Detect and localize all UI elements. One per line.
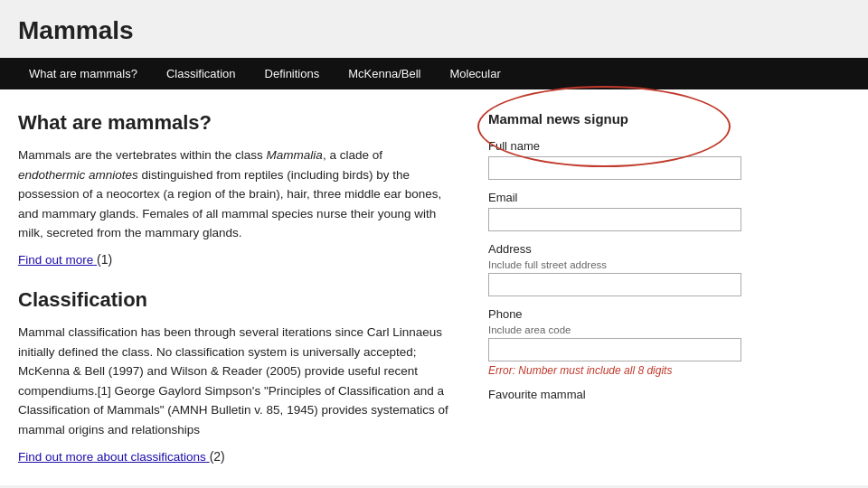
find-out-more-anchor-2[interactable]: Find out more about classifications (18, 450, 210, 464)
hint-phone: Include area code (488, 324, 741, 335)
input-full-name[interactable] (488, 156, 741, 180)
section-body-what-are-mammals: Mammals are the vertebrates within the c… (18, 145, 452, 243)
form-group-phone: Phone Include area code Error: Number mu… (488, 307, 741, 377)
label-full-name: Full name (488, 139, 741, 153)
form-title: Mammal news signup (488, 111, 628, 127)
label-phone: Phone (488, 307, 741, 321)
input-address[interactable] (488, 273, 741, 296)
right-column-form: Mammal news signup Full name Email Addre… (488, 111, 741, 464)
nav-item-what-are-mammals[interactable]: What are mammals? (14, 58, 152, 89)
section-body-classification: Mammal classification has been through s… (18, 323, 452, 440)
find-out-more-link-1: Find out more (1) (18, 252, 452, 267)
section-heading-what-are-mammals: What are mammals? (18, 111, 452, 135)
main-content: What are mammals? Mammals are the verteb… (0, 89, 868, 485)
form-group-full-name: Full name (488, 139, 741, 180)
page-header: Mammals (0, 0, 868, 58)
form-group-address: Address Include full street address (488, 242, 741, 296)
nav-item-definitions[interactable]: Definitions (250, 58, 335, 89)
label-favourite-mammal: Favourite mammal (488, 388, 741, 401)
section-heading-classification: Classification (18, 288, 452, 312)
section-what-are-mammals: What are mammals? Mammals are the verteb… (18, 111, 452, 267)
find-out-more-link-2: Find out more about classifications (2) (18, 449, 452, 464)
left-column: What are mammals? Mammals are the verteb… (18, 111, 452, 464)
input-phone[interactable] (488, 338, 741, 361)
find-out-more-count-2: (2) (210, 449, 225, 464)
form-group-email: Email (488, 191, 741, 231)
nav-item-mckenna-bell[interactable]: McKenna/Bell (334, 58, 435, 89)
hint-address: Include full street address (488, 259, 741, 270)
nav-bar: What are mammals? Classification Definit… (0, 58, 868, 89)
label-address: Address (488, 242, 741, 256)
error-phone: Error: Number must include all 8 digits (488, 364, 741, 377)
find-out-more-anchor-1[interactable]: Find out more (18, 253, 97, 267)
page-title: Mammals (18, 16, 850, 45)
nav-item-molecular[interactable]: Molecular (435, 58, 514, 89)
find-out-more-count-1: (1) (97, 252, 112, 267)
input-email[interactable] (488, 208, 741, 231)
nav-item-classification[interactable]: Classification (152, 58, 250, 89)
form-group-favourite-mammal: Favourite mammal (488, 388, 741, 401)
label-email: Email (488, 191, 741, 204)
section-classification: Classification Mammal classification has… (18, 288, 452, 464)
